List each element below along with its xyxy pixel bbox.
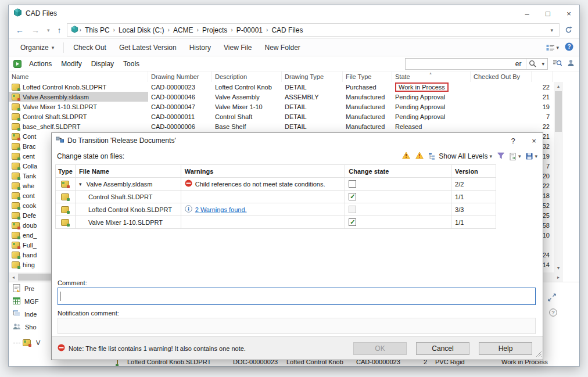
preview-page-icon (13, 284, 20, 293)
vertical-scroll-thumb[interactable] (555, 91, 562, 132)
header-name[interactable]: Name (9, 71, 148, 82)
breadcrumb-p00001[interactable]: P-00001 (234, 26, 265, 34)
filter-icon[interactable] (497, 152, 504, 161)
dialog-file-row[interactable]: Valve Mixer 1-10.SLDPRT 1/1 (56, 216, 496, 229)
search-value: er (406, 60, 526, 68)
scroll-up-icon[interactable]: ▴ (554, 82, 563, 91)
file-row[interactable]: base_shelf.SLDPRTCAD-00000006Base ShelfD… (9, 121, 579, 131)
dialog-file-row[interactable]: ▾Valve Assembly.sldasm Child references … (56, 178, 496, 191)
checked-out-by (471, 82, 532, 92)
organize-button[interactable]: Organize▾ (15, 41, 60, 54)
search-icon[interactable] (526, 60, 539, 67)
scroll-left-icon[interactable]: ◂ (9, 272, 18, 282)
file-name: Control Shaft.SLDPRT (79, 193, 152, 200)
header-extra[interactable] (532, 71, 553, 82)
file-row[interactable]: Control Shaft.SLDPRTCAD-00000011Control … (9, 112, 579, 121)
recent-locations-icon[interactable]: ▾ (45, 27, 52, 33)
vertical-scrollbar[interactable]: ▴ ▾ (554, 82, 563, 272)
chevron-down-icon: ▾ (52, 45, 55, 51)
cancel-button[interactable]: Cancel (416, 342, 469, 355)
show-all-levels-dropdown[interactable]: Show All Levels▾ (429, 152, 492, 160)
breadcrumb-local-disk[interactable]: Local Disk (C:) (116, 26, 167, 34)
header-warnings[interactable]: Warnings (181, 165, 346, 178)
panel-help-icon[interactable]: ? (549, 308, 557, 317)
state: Pending Approval (392, 112, 471, 121)
header-drawing-number[interactable]: Drawing Number (148, 71, 212, 82)
save-dropdown[interactable]: ▾ (526, 153, 537, 160)
view-layout-icon[interactable]: ▾ (546, 44, 559, 51)
file-row[interactable]: Lofted Control Knob.SLDPRTCAD-00000023Lo… (9, 82, 579, 92)
menu-display[interactable]: Display (87, 58, 119, 70)
forward-arrow-icon[interactable]: → (29, 26, 42, 35)
type-cell (56, 203, 76, 216)
menu-actions[interactable]: Actions (24, 58, 56, 70)
comment-input[interactable] (58, 288, 536, 305)
file-name: doub (23, 222, 37, 229)
history-button[interactable]: History (184, 41, 217, 54)
breadcrumb-projects[interactable]: Projects (200, 26, 230, 34)
refresh-icon[interactable] (562, 26, 575, 34)
breadcrumb-cad-files[interactable]: CAD Files (269, 26, 305, 34)
resize-grip[interactable] (535, 350, 542, 359)
header-description[interactable]: Description (212, 71, 282, 82)
scroll-down-icon[interactable]: ▾ (554, 264, 563, 272)
ok-button[interactable]: OK (353, 342, 407, 355)
header-file-type[interactable]: File Type (343, 71, 392, 82)
minimize-button[interactable]: – (517, 6, 537, 21)
file-name: cont (23, 192, 35, 199)
user-icon[interactable] (567, 59, 575, 69)
view-file-button[interactable]: View File (218, 41, 257, 54)
search-dropdown-icon[interactable]: ▾ (539, 61, 547, 67)
back-arrow-icon[interactable]: ← (13, 26, 26, 35)
file-row[interactable]: Valve Mixer 1-10.SLDPRTCAD-00000047Valve… (9, 102, 579, 112)
header-state[interactable]: State▴ (392, 71, 471, 82)
version-count: 21 (532, 92, 553, 102)
address-dropdown-icon[interactable]: ▾ (548, 27, 555, 33)
header-checked-out-by[interactable]: Checked Out By (471, 71, 532, 82)
dialog-file-row[interactable]: Control Shaft.SLDPRT 1/1 (56, 191, 496, 203)
notification-comment-input[interactable] (58, 318, 536, 334)
breadcrumb-acme[interactable]: ACME (171, 26, 196, 34)
change-state-checkbox[interactable] (349, 206, 356, 213)
change-state-checkbox[interactable] (349, 180, 356, 188)
header-drawing-type[interactable]: Drawing Type (282, 71, 343, 82)
new-folder-button[interactable]: New Folder (259, 41, 306, 54)
warning-triangle-icon[interactable] (415, 152, 424, 161)
dialog-file-row[interactable]: Lofted Control Knob.SLDPRT 2 Warnings fo… (56, 203, 496, 216)
expand-preview-icon[interactable] (548, 293, 556, 301)
window-title: CAD Files (26, 9, 517, 17)
export-dropdown[interactable]: ▾ (510, 153, 521, 160)
checked-out-by (471, 92, 532, 102)
close-button[interactable]: × (558, 6, 579, 21)
get-latest-version-button[interactable]: Get Latest Version (113, 41, 182, 54)
check-out-button[interactable]: Check Out (67, 41, 112, 54)
file-row[interactable]: Valve Assembly.sldasmCAD-00000046Valve A… (9, 92, 579, 102)
change-state-checkbox[interactable] (349, 193, 356, 200)
warning-triangle-icon[interactable] (402, 152, 410, 161)
file-type: Manufactured (343, 121, 392, 131)
maximize-button[interactable]: □ (537, 6, 558, 21)
help-icon[interactable]: ? (565, 42, 573, 53)
dialog-help-icon[interactable]: ? (504, 134, 522, 148)
tree-expander-icon[interactable]: ▾ (79, 181, 82, 187)
version-count: 22 (532, 121, 553, 131)
change-state-checkbox[interactable] (349, 218, 356, 226)
breadcrumb-this-pc[interactable]: This PC (83, 26, 112, 34)
menu-modify[interactable]: Modify (56, 58, 86, 70)
checked-out-by (471, 102, 532, 112)
grid-table-icon (13, 297, 20, 306)
header-version[interactable]: Version (451, 165, 496, 178)
up-arrow-icon[interactable]: ↑ (55, 26, 64, 35)
scroll-right-icon[interactable]: ▸ (554, 272, 563, 282)
header-change-state[interactable]: Change state (345, 165, 451, 178)
search-input[interactable]: er ▾ (405, 58, 548, 70)
help-button[interactable]: Help (479, 342, 532, 355)
dialog-close-icon[interactable]: × (525, 134, 543, 148)
type-cell (56, 191, 76, 203)
header-file-name[interactable]: File Name (76, 165, 181, 178)
header-type[interactable]: Type (56, 165, 76, 178)
description: Base Shelf (212, 121, 282, 131)
warnings-found-link[interactable]: 2 Warnings found. (195, 206, 247, 213)
menu-tools[interactable]: Tools (119, 58, 144, 70)
advanced-search-icon[interactable] (553, 59, 562, 69)
